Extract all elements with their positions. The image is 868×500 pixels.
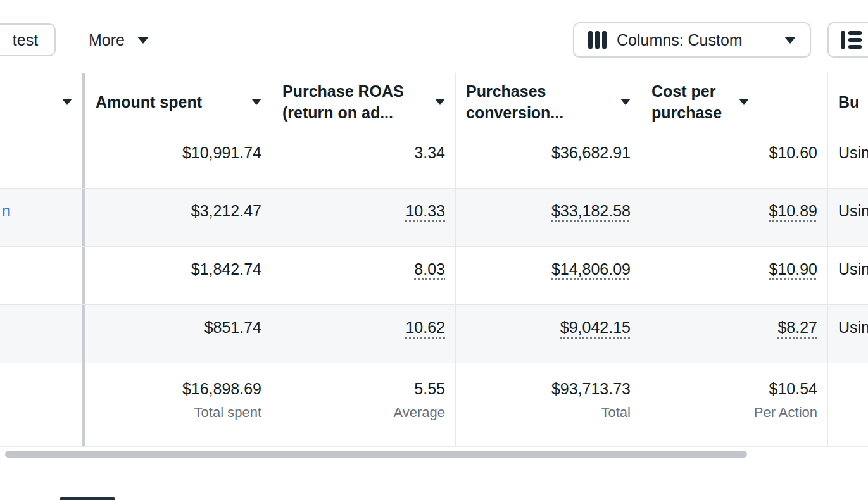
budget-cell: Usin bbox=[828, 130, 868, 188]
total-conversion-label: Total bbox=[466, 404, 631, 421]
purchases-conversion-value[interactable]: $33,182.58 bbox=[551, 202, 631, 220]
total-conversion-value: $93,713.73 bbox=[466, 378, 631, 399]
cost-per-purchase-value[interactable]: $8.27 bbox=[777, 318, 817, 336]
purchases-conversion-value: $36,682.91 bbox=[551, 144, 631, 161]
total-cost-label: Per Action bbox=[651, 404, 817, 421]
table-row: n $3,212.47 10.33 $33,182.58 $10.89 Usin bbox=[0, 189, 868, 247]
total-amount-value: $16,898.69 bbox=[96, 378, 261, 399]
cost-per-purchase-cell: $10.90 bbox=[641, 247, 828, 304]
campaign-name-link[interactable]: n bbox=[2, 202, 11, 220]
table-header-row: Amount spent Purchase ROAS (return on ad… bbox=[0, 73, 868, 130]
sort-caret-icon[interactable] bbox=[739, 99, 749, 105]
column-header-label: Amount spent bbox=[96, 91, 246, 113]
purchase-roas-cell: 3.34 bbox=[272, 130, 456, 188]
sort-caret-icon[interactable] bbox=[251, 99, 261, 105]
horizontal-scrollbar-thumb[interactable] bbox=[5, 451, 747, 458]
total-cost-value: $10.54 bbox=[651, 378, 817, 399]
table-row: $10,991.74 3.34 $36,682.91 $10.60 Usin bbox=[0, 130, 868, 189]
column-header-name[interactable] bbox=[0, 73, 85, 130]
budget-cell: Usin bbox=[828, 305, 868, 363]
amount-spent-cell: $3,212.47 bbox=[85, 189, 272, 246]
purchase-roas-value[interactable]: 8.03 bbox=[414, 260, 445, 278]
column-header-cost-per-purchase[interactable]: Cost per purchase bbox=[641, 73, 828, 130]
columns-button[interactable]: Columns: Custom bbox=[573, 22, 811, 58]
budget-cell: Usin bbox=[828, 247, 868, 304]
totals-amount-cell: $16,898.69 Total spent bbox=[85, 363, 272, 446]
name-cell bbox=[0, 130, 85, 188]
totals-roas-cell: 5.55 Average bbox=[272, 363, 456, 446]
purchase-roas-value: 3.34 bbox=[414, 144, 445, 161]
totals-conversion-cell: $93,713.73 Total bbox=[456, 363, 641, 446]
toolbar: test More Columns: Custom bbox=[0, 0, 868, 73]
more-button-label: More bbox=[89, 31, 125, 49]
totals-name-cell bbox=[0, 363, 85, 446]
cost-per-purchase-cell: $10.89 bbox=[641, 189, 828, 246]
purchases-conversion-cell: $9,042.15 bbox=[456, 305, 641, 363]
purchase-roas-value[interactable]: 10.62 bbox=[405, 318, 445, 336]
cost-per-purchase-cell: $8.27 bbox=[641, 305, 828, 363]
column-header-amount-spent[interactable]: Amount spent bbox=[85, 73, 272, 130]
table-row: $1,842.74 8.03 $14,806.09 $10.90 Usin bbox=[0, 247, 868, 305]
more-button[interactable]: More bbox=[81, 23, 156, 56]
total-amount-label: Total spent bbox=[96, 404, 261, 421]
total-roas-value: 5.55 bbox=[282, 378, 445, 399]
purchases-conversion-value[interactable]: $9,042.15 bbox=[560, 318, 631, 336]
purchases-conversion-cell: $33,182.58 bbox=[456, 189, 641, 246]
campaigns-table: Amount spent Purchase ROAS (return on ad… bbox=[0, 73, 868, 447]
caret-down-icon bbox=[137, 37, 149, 44]
name-cell bbox=[0, 247, 85, 304]
ab-test-button[interactable]: test bbox=[0, 23, 56, 56]
amount-spent-cell: $1,842.74 bbox=[85, 247, 272, 304]
budget-cell: Usin bbox=[828, 189, 868, 246]
column-header-label: Purchases conversion... bbox=[466, 80, 615, 123]
breakdown-button[interactable] bbox=[827, 22, 868, 58]
purchases-conversion-cell: $14,806.09 bbox=[456, 247, 641, 304]
cost-per-purchase-value[interactable]: $10.90 bbox=[769, 260, 817, 278]
cost-per-purchase-value: $10.60 bbox=[769, 144, 817, 161]
amount-spent-cell: $10,991.74 bbox=[85, 130, 272, 188]
column-header-purchase-roas[interactable]: Purchase ROAS (return on ad... bbox=[272, 73, 456, 130]
purchase-roas-cell: 10.33 bbox=[272, 189, 456, 246]
column-header-label: Cost per purchase bbox=[651, 80, 734, 123]
amount-spent-cell: $851.74 bbox=[85, 305, 272, 363]
column-header-budget[interactable]: Bud bbox=[828, 73, 868, 130]
sort-caret-icon[interactable] bbox=[62, 99, 72, 105]
purchase-roas-value[interactable]: 10.33 bbox=[405, 202, 445, 220]
column-header-purchases-conversion[interactable]: Purchases conversion... bbox=[456, 73, 641, 130]
columns-button-label: Columns: Custom bbox=[617, 31, 743, 49]
caret-down-icon bbox=[784, 37, 796, 44]
ab-test-button-label: test bbox=[13, 31, 38, 49]
column-header-label: Purchase ROAS (return on ad... bbox=[282, 80, 430, 123]
cost-per-purchase-cell: $10.60 bbox=[641, 130, 828, 188]
purchases-conversion-value[interactable]: $14,806.09 bbox=[551, 260, 631, 278]
cost-per-purchase-value[interactable]: $10.89 bbox=[769, 202, 817, 220]
purchase-roas-cell: 10.62 bbox=[272, 305, 456, 363]
name-cell: n bbox=[0, 189, 85, 246]
table-row: $851.74 10.62 $9,042.15 $8.27 Usin bbox=[0, 305, 868, 363]
ads-manager-screen: test More Columns: Custom Amount spent bbox=[0, 0, 868, 500]
totals-budget-cell bbox=[828, 363, 868, 446]
name-cell bbox=[0, 305, 85, 363]
purchases-conversion-cell: $36,682.91 bbox=[456, 130, 641, 188]
sort-caret-icon[interactable] bbox=[435, 99, 445, 105]
totals-cost-cell: $10.54 Per Action bbox=[641, 363, 828, 446]
purchase-roas-cell: 8.03 bbox=[272, 247, 456, 304]
total-roas-label: Average bbox=[282, 404, 445, 421]
bottom-edge-artifact bbox=[60, 497, 115, 500]
sort-caret-icon[interactable] bbox=[620, 99, 631, 105]
totals-row: $16,898.69 Total spent 5.55 Average $93,… bbox=[0, 363, 868, 447]
column-header-label: Bud bbox=[838, 91, 858, 113]
columns-icon bbox=[588, 31, 607, 49]
breakdown-icon bbox=[841, 31, 862, 49]
